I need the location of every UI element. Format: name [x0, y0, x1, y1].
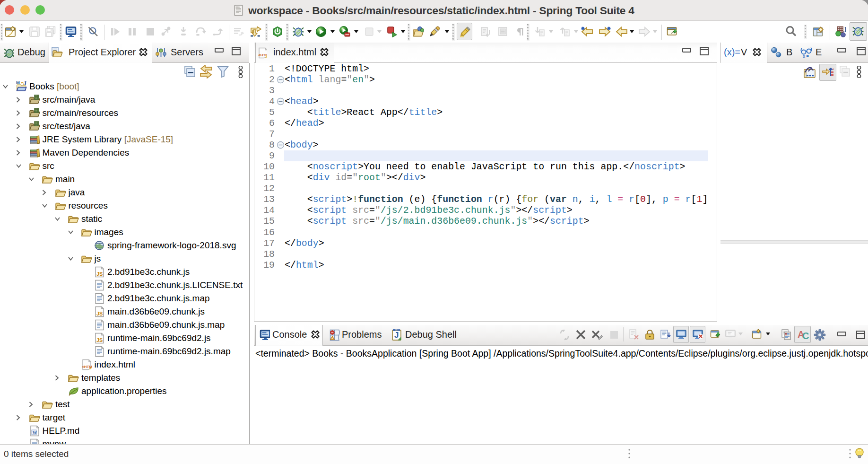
svg-text:x =: x =	[803, 54, 809, 59]
svg-text:<HTML>: <HTML>	[258, 53, 267, 57]
svg-text:J: J	[843, 26, 847, 34]
svg-text:C: C	[802, 331, 809, 341]
svg-text:J: J	[394, 331, 399, 340]
